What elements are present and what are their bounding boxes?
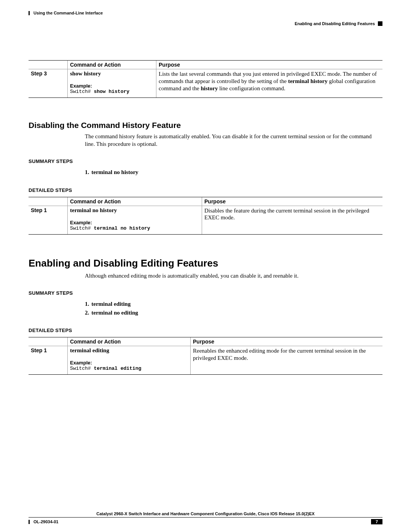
editing-table: Command or Action Purpose Step 1 termina… bbox=[29, 337, 382, 375]
detailed-steps-label: DETAILED STEPS bbox=[29, 328, 382, 333]
summary-list: 1.terminal no history bbox=[85, 168, 382, 177]
example-code: Switch# show history bbox=[70, 89, 154, 94]
purpose-text: Reenables the enhanced editing mode for … bbox=[191, 346, 383, 375]
table-row: Step 1 terminal editing Example: Switch#… bbox=[29, 346, 382, 375]
table-header-cmd: Command or Action bbox=[68, 197, 202, 206]
table-row: Step 1 terminal no history Example: Swit… bbox=[29, 206, 382, 234]
header-bar-icon bbox=[29, 11, 30, 15]
footer-bar-icon bbox=[29, 520, 30, 524]
table-row: Step 3 show history Example: Switch# sho… bbox=[29, 69, 382, 98]
page-number: 7 bbox=[371, 519, 382, 524]
header-section: Enabling and Disabling Editing Features bbox=[295, 21, 375, 26]
table-header-purpose: Purpose bbox=[156, 61, 383, 69]
footer-title: Catalyst 2960-X Switch Interface and Har… bbox=[29, 511, 382, 518]
section-body: The command history feature is automatic… bbox=[85, 133, 382, 148]
header-left: Using the Command-Line Interface bbox=[29, 11, 103, 15]
step-label: Step 1 bbox=[29, 346, 68, 375]
example-label: Example: bbox=[70, 83, 154, 89]
command-name: show history bbox=[70, 70, 154, 77]
purpose-text: Lists the last several commands that you… bbox=[156, 69, 383, 98]
disable-history-table: Command or Action Purpose Step 1 termina… bbox=[29, 197, 382, 235]
header-right: Enabling and Disabling Editing Features bbox=[295, 21, 382, 26]
step-label: Step 1 bbox=[29, 206, 68, 234]
table-header-cmd: Command or Action bbox=[68, 61, 156, 69]
section-heading: Disabling the Command History Feature bbox=[29, 121, 382, 130]
table-header-purpose: Purpose bbox=[191, 337, 383, 346]
summary-steps-label: SUMMARY STEPS bbox=[29, 158, 382, 164]
purpose-text: Disables the feature during the current … bbox=[202, 206, 383, 234]
example-label: Example: bbox=[70, 360, 188, 366]
history-table: Command or Action Purpose Step 3 show hi… bbox=[29, 60, 382, 98]
step-label: Step 3 bbox=[29, 69, 68, 98]
detailed-steps-label: DETAILED STEPS bbox=[29, 187, 382, 193]
command-name: terminal no history bbox=[70, 207, 199, 214]
summary-steps-label: SUMMARY STEPS bbox=[29, 290, 382, 296]
section-body: Although enhanced editing mode is automa… bbox=[85, 272, 382, 280]
command-name: terminal editing bbox=[70, 347, 188, 354]
example-label: Example: bbox=[70, 220, 199, 225]
summary-list: 1.terminal editing 2.terminal no editing bbox=[85, 300, 382, 317]
header-marker-icon bbox=[378, 21, 382, 26]
table-header-cmd: Command or Action bbox=[68, 337, 191, 346]
example-code: Switch# terminal no history bbox=[70, 225, 199, 231]
footer-doc-id: OL-29034-01 bbox=[33, 519, 58, 524]
page-footer: Catalyst 2960-X Switch Interface and Har… bbox=[29, 511, 382, 524]
example-code: Switch# terminal editing bbox=[70, 366, 188, 371]
table-header-purpose: Purpose bbox=[202, 197, 383, 206]
section-heading: Enabling and Disabling Editing Features bbox=[29, 257, 382, 269]
header-chapter: Using the Command-Line Interface bbox=[33, 11, 103, 15]
